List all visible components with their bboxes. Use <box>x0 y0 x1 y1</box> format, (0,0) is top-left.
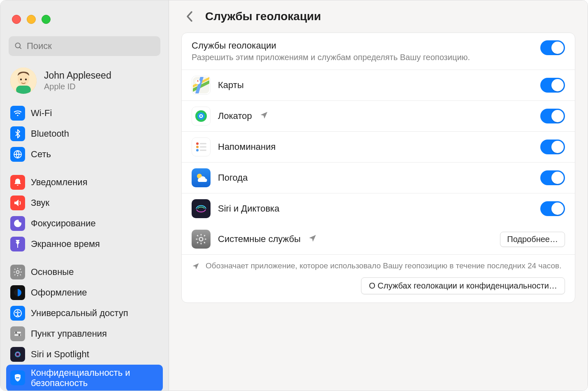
account-name: John Appleseed <box>44 70 111 81</box>
app-row-findmy: Локатор <box>182 101 575 132</box>
app-label: Карты <box>218 80 244 91</box>
svg-point-30 <box>196 149 199 151</box>
system-services-icon <box>192 230 211 249</box>
svg-rect-6 <box>16 86 31 94</box>
sidebar-item-sound[interactable]: Звук <box>6 193 163 213</box>
sidebar-item-label: Экранное время <box>31 239 100 249</box>
sidebar-item-wifi[interactable]: Wi-Fi <box>6 103 163 123</box>
svg-line-1 <box>20 47 21 49</box>
sidebar-item-general[interactable]: Основные <box>6 262 163 282</box>
panel-title: Службы геолокации <box>192 40 532 51</box>
app-label: Siri и Диктовка <box>218 203 279 214</box>
sidebar-item-privacy[interactable]: Конфиденциальность и безопасность <box>6 365 163 391</box>
sidebar-item-label: Звук <box>31 198 49 208</box>
app-toggle-weather[interactable] <box>540 170 565 185</box>
sidebar-item-label: Фокусирование <box>31 218 96 228</box>
window-close-button[interactable] <box>12 15 21 24</box>
sidebar-item-siri[interactable]: Siri и Spotlight <box>6 344 163 365</box>
app-toggle-findmy[interactable] <box>540 109 565 123</box>
search-field[interactable] <box>9 36 160 56</box>
svg-point-4 <box>20 79 22 80</box>
window-maximize-button[interactable] <box>42 15 51 24</box>
app-label: Локатор <box>218 111 252 121</box>
sidebar-item-focus[interactable]: Фокусирование <box>6 213 163 234</box>
sidebar-item-label: Siri и Spotlight <box>31 349 89 359</box>
app-toggle-siri[interactable] <box>540 201 565 216</box>
app-label: Погода <box>218 172 248 183</box>
page-title: Службы геолокации <box>205 10 321 23</box>
sidebar-item-accessibility[interactable]: Универсальный доступ <box>6 303 163 324</box>
window-minimize-button[interactable] <box>27 15 36 24</box>
sidebar-item-screentime[interactable]: Экранное время <box>6 234 163 254</box>
location-indicator-icon <box>259 111 269 121</box>
system-services-label: Системные службы <box>218 234 301 244</box>
location-services-master-toggle[interactable] <box>540 40 565 55</box>
svg-point-7 <box>17 115 18 116</box>
svg-rect-31 <box>200 143 206 144</box>
back-button[interactable] <box>183 9 197 23</box>
location-services-panel: Службы геолокации Разрешить этим приложе… <box>181 33 575 303</box>
sidebar-item-appearance[interactable]: Оформление <box>6 282 163 303</box>
svg-point-5 <box>25 79 27 80</box>
sidebar-item-bluetooth[interactable]: Bluetooth <box>6 123 163 144</box>
sidebar-item-label: Оформление <box>31 287 87 298</box>
sidebar-item-controlcenter[interactable]: Пункт управления <box>6 324 163 344</box>
svg-point-0 <box>16 43 21 48</box>
sidebar-item-label: Уведомления <box>31 177 88 187</box>
svg-rect-32 <box>200 147 206 148</box>
location-indicator-icon <box>308 234 317 244</box>
footnote-text: Обозначает приложение, которое использов… <box>206 261 562 270</box>
app-row-maps: Карты <box>182 70 575 101</box>
svg-point-26 <box>200 115 202 117</box>
sidebar-item-label: Пункт управления <box>31 328 107 339</box>
app-toggle-reminders[interactable] <box>540 140 565 154</box>
app-row-siri: Siri и Диктовка <box>182 193 575 224</box>
svg-point-15 <box>15 332 17 334</box>
app-label: Напоминания <box>218 142 275 152</box>
sidebar-item-label: Bluetooth <box>31 128 69 139</box>
location-indicator-icon <box>192 262 200 272</box>
avatar <box>10 67 37 94</box>
search-input[interactable] <box>27 41 155 51</box>
svg-rect-33 <box>200 150 206 151</box>
system-services-details-button[interactable]: Подробнее… <box>500 232 565 247</box>
svg-point-28 <box>196 142 199 145</box>
svg-point-9 <box>16 271 19 274</box>
account-sub: Apple ID <box>44 82 111 91</box>
account-row[interactable]: John Appleseed Apple ID <box>0 58 169 101</box>
svg-point-16 <box>19 334 21 336</box>
panel-subtitle: Разрешить этим приложениям и службам опр… <box>192 53 532 62</box>
search-icon <box>14 42 23 50</box>
sidebar-item-label: Конфиденциальность и безопасность <box>31 368 159 389</box>
sidebar-item-label: Универсальный доступ <box>31 308 128 318</box>
sidebar-item-notifications[interactable]: Уведомления <box>6 172 163 193</box>
app-row-reminders: Напоминания <box>182 132 575 163</box>
svg-point-12 <box>17 310 19 312</box>
sidebar-item-network[interactable]: Сеть <box>6 144 163 165</box>
chevron-left-icon <box>186 10 194 23</box>
app-toggle-maps[interactable] <box>540 78 565 93</box>
svg-point-29 <box>196 146 199 148</box>
about-location-privacy-button[interactable]: О Службах геолокации и конфиденциальност… <box>361 277 565 294</box>
sidebar-item-label: Wi-Fi <box>31 108 52 118</box>
sidebar-item-label: Сеть <box>31 149 51 159</box>
app-row-weather: Погода <box>182 163 575 193</box>
svg-point-36 <box>199 237 203 241</box>
sidebar-item-label: Основные <box>31 267 74 277</box>
svg-point-35 <box>195 203 207 214</box>
